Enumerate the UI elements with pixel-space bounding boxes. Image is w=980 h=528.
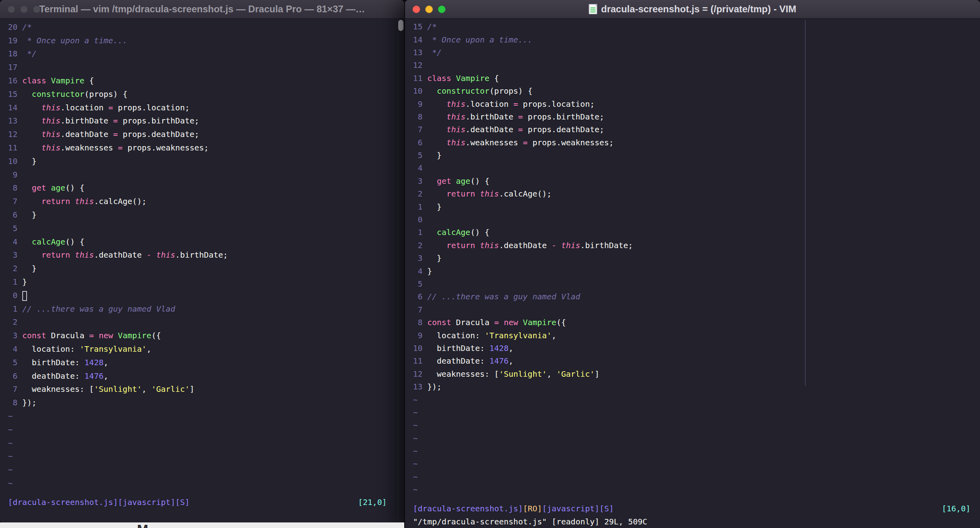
code-line[interactable]: 12 this.deathDate = props.deathDate; xyxy=(8,127,404,141)
code-line[interactable]: 4 calcAge() { xyxy=(8,235,404,249)
code-line[interactable]: 6 } xyxy=(8,208,404,222)
code-line[interactable]: 1} xyxy=(8,275,404,289)
code-line[interactable]: 3const Dracula = new Vampire({ xyxy=(8,329,404,342)
close-button[interactable] xyxy=(8,6,15,13)
code-line[interactable]: 14 this.location = props.location; xyxy=(8,101,404,114)
zoom-button[interactable] xyxy=(33,6,41,13)
code-line[interactable]: 9 xyxy=(8,168,404,181)
close-button[interactable] xyxy=(413,6,420,13)
line-number: 10 xyxy=(413,343,422,353)
code-line[interactable]: 6 this.weaknesses = props.weaknesses; xyxy=(413,136,980,149)
code-line[interactable]: 18 */ xyxy=(8,47,404,61)
code-line[interactable]: 5 xyxy=(8,222,404,235)
titlebar-terminal[interactable]: Terminal — vim /tmp/dracula-screenshot.j… xyxy=(0,0,404,19)
window-title-text: Terminal — vim /tmp/dracula-screenshot.j… xyxy=(39,4,365,15)
code-line[interactable]: 1// ...there was a guy named Vlad xyxy=(8,302,404,316)
code-line[interactable]: 4} xyxy=(413,264,980,277)
code-line[interactable]: 11class Vampire { xyxy=(413,72,980,85)
code-line[interactable]: 7 return this.calcAge(); xyxy=(8,195,404,208)
line-number: 8 xyxy=(413,318,422,327)
line-number: 7 xyxy=(8,197,17,206)
code-line[interactable]: 1 calcAge() { xyxy=(413,226,980,239)
macvim-window: dracula-screenshot.js = (/private/tmp) -… xyxy=(405,0,980,528)
code-line[interactable]: 0 xyxy=(413,213,980,226)
code-line[interactable]: 8 this.birthDate = props.birthDate; xyxy=(413,110,980,123)
code-line[interactable]: 13 this.birthDate = props.birthDate; xyxy=(8,114,404,128)
code-line[interactable]: 7 weaknesses: ['Sunlight', 'Garlic'] xyxy=(8,383,404,396)
code-line[interactable]: 14 * Once upon a time... xyxy=(413,33,980,46)
line-number: 11 xyxy=(413,73,422,83)
code-line[interactable]: 13 */ xyxy=(413,46,980,59)
statusline-file-info: [dracula-screenshot.js][javascript][S] xyxy=(8,497,190,507)
vim-buffer-right[interactable]: 15/*14 * Once upon a time...13 */1211cla… xyxy=(405,19,980,528)
code-line[interactable]: 9 location: 'Transylvania', xyxy=(413,329,980,341)
code-line[interactable]: 8 get age() { xyxy=(8,181,404,195)
line-number: 20 xyxy=(8,22,17,32)
line-number: 10 xyxy=(413,86,422,96)
line-number: 11 xyxy=(8,143,17,152)
vim-buffer-left[interactable]: 20/*19 * Once upon a time...18 */1716cla… xyxy=(0,19,404,522)
code-line[interactable]: 10 } xyxy=(8,154,404,168)
document-icon[interactable] xyxy=(589,4,597,14)
code-line[interactable]: 5 } xyxy=(413,149,980,162)
line-number: 3 xyxy=(413,253,422,263)
scrollbar-thumb[interactable] xyxy=(398,20,403,31)
code-line[interactable]: 3 return this.deathDate - this.birthDate… xyxy=(8,249,404,262)
code-line[interactable]: 1 } xyxy=(413,200,980,213)
minimize-button[interactable] xyxy=(20,6,28,13)
code-line[interactable]: 12 xyxy=(413,59,980,71)
code-line[interactable]: 16class Vampire { xyxy=(8,74,404,87)
line-number: 12 xyxy=(413,60,422,70)
code-line[interactable]: 3 } xyxy=(413,252,980,264)
vim-cursor-inactive xyxy=(22,291,27,301)
code-line[interactable]: 11 this.weaknesses = props.weaknesses; xyxy=(8,141,404,154)
code-line[interactable]: 2 return this.calcAge(); xyxy=(413,187,980,200)
code-line[interactable]: 11 deathDate: 1476, xyxy=(413,355,980,367)
code-line[interactable]: 20/* xyxy=(8,20,404,34)
code-line[interactable]: 6 deathDate: 1476, xyxy=(8,369,404,383)
code-line[interactable]: 5 xyxy=(413,277,980,290)
line-number: 13 xyxy=(413,382,422,391)
line-number: 0 xyxy=(8,291,17,300)
code-line[interactable]: 15 constructor(props) { xyxy=(8,87,404,101)
code-line[interactable]: 3 get age() { xyxy=(413,175,980,187)
line-number: 7 xyxy=(413,305,422,314)
code-line[interactable]: 4 location: 'Transylvania', xyxy=(8,342,404,356)
statusline-cursor-position: [21,0] xyxy=(358,497,387,507)
code-line[interactable]: 5 birthDate: 1428, xyxy=(8,356,404,369)
vim-statusline: [dracula-screenshot.js][javascript][S] [… xyxy=(8,495,404,509)
code-line[interactable]: 4 xyxy=(413,162,980,174)
code-line[interactable]: 7 this.deathDate = props.deathDate; xyxy=(413,123,980,136)
code-line[interactable]: 10 birthDate: 1428, xyxy=(413,342,980,355)
code-line[interactable]: 2 } xyxy=(8,262,404,275)
line-number: 18 xyxy=(8,49,17,58)
empty-line-tilde: ~ xyxy=(413,406,980,419)
code-line[interactable]: 2 xyxy=(8,316,404,329)
line-number: 19 xyxy=(8,36,17,45)
line-number: 8 xyxy=(8,398,17,407)
code-line[interactable]: 13}); xyxy=(413,380,980,393)
line-number: 1 xyxy=(8,277,17,287)
empty-line-tilde: ~ xyxy=(8,476,404,490)
line-number: 7 xyxy=(413,125,422,134)
code-line[interactable]: 12 weaknesses: ['Sunlight', 'Garlic'] xyxy=(413,368,980,380)
line-number: 16 xyxy=(8,76,17,85)
scrollbar-track[interactable] xyxy=(398,19,404,522)
code-line[interactable]: 6// ...there was a guy named Vlad xyxy=(413,290,980,303)
code-line[interactable]: 8}); xyxy=(8,396,404,409)
minimize-button[interactable] xyxy=(425,6,433,13)
statusline-readonly-flag: [RO] xyxy=(523,504,542,513)
vim-command-line xyxy=(8,509,404,522)
code-line[interactable]: 10 constructor(props) { xyxy=(413,85,980,97)
code-line[interactable]: 17 xyxy=(8,60,404,74)
code-line[interactable]: 2 return this.deathDate - this.birthDate… xyxy=(413,239,980,252)
code-line[interactable]: 7 xyxy=(413,303,980,316)
code-line[interactable]: 8const Dracula = new Vampire({ xyxy=(413,316,980,329)
zoom-button[interactable] xyxy=(438,6,446,13)
empty-line-tilde: ~ xyxy=(413,393,980,406)
titlebar-macvim[interactable]: dracula-screenshot.js = (/private/tmp) -… xyxy=(405,0,980,19)
code-line[interactable]: 15/* xyxy=(413,20,980,33)
code-line[interactable]: 9 this.location = props.location; xyxy=(413,97,980,110)
code-line[interactable]: 19 * Once upon a time... xyxy=(8,34,404,47)
code-line[interactable]: 0 xyxy=(8,289,404,302)
